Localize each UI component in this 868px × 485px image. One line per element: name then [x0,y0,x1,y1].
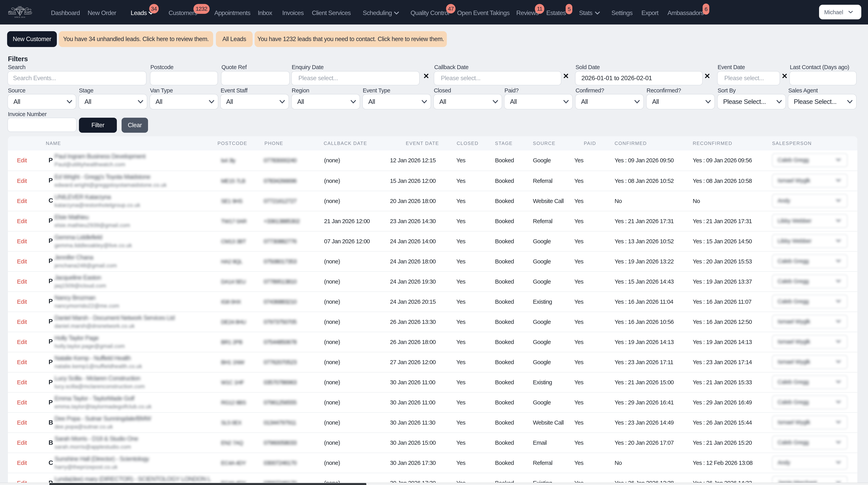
svg-text:P: P [19,9,22,15]
svg-text:POST: POST [24,11,31,14]
svg-text:SINCE 2016: SINCE 2016 [14,17,26,18]
svg-text:THE: THE [18,6,22,8]
svg-text:PIZZA: PIZZA [8,11,16,14]
